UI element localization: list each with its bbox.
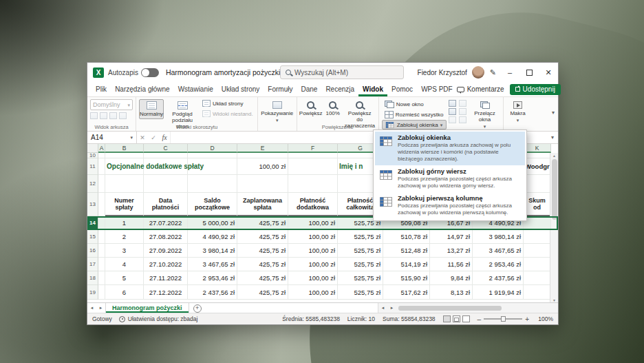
column-header-E[interactable]: E (237, 144, 288, 153)
cell-D14[interactable]: 5 000,00 zł (188, 216, 237, 230)
cell-K14[interactable] (524, 216, 551, 230)
cell-F19[interactable]: 100,00 zł (288, 285, 338, 300)
cell-I17[interactable]: 11,56 zł (430, 258, 473, 271)
column-header-B[interactable]: B (105, 144, 144, 153)
view-side-by-side-icon[interactable] (459, 100, 466, 107)
cell-A10[interactable] (98, 153, 105, 158)
cell-E16[interactable]: 425,75 zł (237, 244, 288, 258)
zoom-percentage[interactable]: 100% (537, 315, 553, 322)
arrange-all-button[interactable]: Rozmieść wszystko (382, 110, 447, 119)
cell-C16[interactable]: 27.09.2022 (144, 244, 188, 258)
macros-button[interactable]: Makra ▾ (506, 99, 530, 125)
cell-K15[interactable] (524, 230, 551, 244)
cell-F10[interactable] (288, 153, 338, 158)
cell-J17[interactable]: 2 953,46 zł (473, 258, 524, 271)
cell-A19[interactable] (98, 285, 105, 300)
menu-item-freeze-top-row[interactable]: Zablokuj górny wierszPodczas przewijania… (375, 165, 525, 192)
ribbon-tab-układ-strony[interactable]: Układ strony (217, 82, 264, 96)
cell-K19[interactable] (524, 285, 551, 300)
name-box[interactable]: A14 ▾ (87, 132, 137, 143)
cell-D19[interactable]: 2 437,56 zł (188, 285, 237, 300)
cell-E12[interactable] (237, 175, 288, 193)
page-layout-button[interactable]: Układ strony (201, 99, 255, 107)
row-header-19[interactable]: 19 (87, 285, 98, 300)
column-header-K[interactable]: K (524, 144, 551, 153)
horizontal-scrollbar[interactable]: ◂ ▸ (378, 303, 558, 313)
insert-function-button[interactable]: fx (159, 134, 170, 141)
cell-A15[interactable] (98, 230, 105, 244)
zoom-in-button[interactable]: + (525, 315, 529, 323)
cell-B12[interactable] (105, 175, 144, 193)
cell-C14[interactable]: 27.07.2022 (144, 216, 188, 230)
zoom-button[interactable]: Powiększ (300, 99, 322, 118)
reset-window-position-icon[interactable] (459, 116, 466, 123)
hscroll-left-icon[interactable]: ◂ (378, 305, 387, 311)
cell-A13[interactable] (98, 193, 105, 216)
cell-K13[interactable]: Skum od (524, 193, 551, 216)
ribbon-tab-wps-pdf[interactable]: WPS PDF (417, 82, 457, 96)
cell-I19[interactable]: 8,13 zł (430, 285, 473, 300)
page-break-view-shortcut-icon[interactable] (462, 315, 470, 322)
sheet-nav-left-icon[interactable]: ◂ (87, 303, 96, 313)
cell-H17[interactable]: 514,19 zł (383, 258, 430, 271)
share-button[interactable]: Udostępnij (510, 84, 561, 95)
scroll-up-icon[interactable]: ▴ (553, 153, 555, 158)
cell-D17[interactable]: 3 467,65 zł (188, 258, 237, 271)
cell-G15[interactable]: 525,75 zł (338, 230, 383, 244)
cell-C15[interactable]: 27.08.2022 (144, 230, 188, 244)
pencil-icon[interactable]: ✎ (490, 68, 496, 77)
horizontal-scroll-thumb[interactable] (398, 306, 502, 311)
hide-window-icon[interactable] (449, 108, 456, 115)
row-header-12[interactable]: 12 (87, 175, 98, 193)
menu-item-freeze-first-column[interactable]: Zablokuj pierwszą kolumnęPodczas przewij… (375, 192, 525, 219)
cell-G16[interactable]: 525,75 zł (338, 244, 383, 258)
cell-E18[interactable]: 425,75 zł (237, 271, 288, 285)
cell-F17[interactable]: 100,00 zł (288, 258, 338, 271)
cell-C19[interactable]: 27.12.2022 (144, 285, 188, 300)
cell-A12[interactable] (98, 175, 105, 193)
cell-A17[interactable] (98, 258, 105, 271)
zoom-100-button[interactable]: 100% (324, 99, 342, 118)
formula-bar-expand-icon[interactable]: ▾ (547, 134, 558, 141)
custom-views-button[interactable]: Widoki niestand. (201, 110, 255, 118)
cell-H18[interactable]: 515,90 zł (383, 271, 430, 285)
column-header-F[interactable]: F (288, 144, 338, 153)
cell-K12[interactable] (524, 175, 551, 193)
row-header-18[interactable]: 18 (87, 271, 98, 285)
cell-F18[interactable]: 100,00 zł (288, 271, 338, 285)
zoom-slider-knob[interactable] (501, 316, 506, 322)
ribbon-tab-pomoc[interactable]: Pomoc (387, 82, 417, 96)
cell-D10[interactable] (188, 153, 237, 158)
close-button[interactable]: ✕ (539, 63, 558, 82)
add-sheet-button[interactable]: + (193, 304, 202, 313)
column-header-D[interactable]: D (188, 144, 237, 153)
cell-B19[interactable]: 6 (105, 285, 144, 300)
cell-C18[interactable]: 27.11.2022 (144, 271, 188, 285)
cell-B14[interactable]: 1 (105, 216, 144, 230)
cell-B16[interactable]: 3 (105, 244, 144, 258)
zoom-out-button[interactable]: – (477, 315, 482, 323)
cell-G18[interactable]: 525,75 zł (338, 271, 383, 285)
row-header-13[interactable]: 13 (87, 193, 98, 216)
ribbon-tab-dane[interactable]: Dane (297, 82, 321, 96)
confirm-entry-icon[interactable]: ✓ (148, 134, 159, 141)
split-icon[interactable] (449, 100, 456, 107)
cell-C13[interactable]: Data płatności (144, 193, 188, 216)
new-window-button[interactable]: Nowe okno (382, 99, 447, 109)
cell-J15[interactable]: 3 980,14 zł (473, 230, 524, 244)
cell-C10[interactable] (144, 153, 188, 158)
normal-view-button[interactable]: Normalny (139, 99, 164, 119)
row-header-14[interactable]: 14 (87, 216, 98, 230)
column-header-C[interactable]: C (144, 144, 188, 153)
cell-E15[interactable]: 425,75 zł (237, 230, 288, 244)
scroll-down-icon[interactable]: ▾ (553, 298, 555, 302)
cell-F16[interactable]: 100,00 zł (288, 244, 338, 258)
cell-K16[interactable] (524, 244, 551, 258)
sheet-view-combo[interactable]: Domyślny ▾ (90, 99, 133, 110)
cell-B15[interactable]: 2 (105, 230, 144, 244)
cell-E10[interactable] (237, 153, 288, 158)
cell-F13[interactable]: Płatność dodatkowa (288, 193, 338, 216)
autosave-toggle[interactable] (141, 68, 159, 77)
cell-F14[interactable]: 100,00 zł (288, 216, 338, 230)
sheet-view-icon[interactable] (100, 112, 107, 119)
